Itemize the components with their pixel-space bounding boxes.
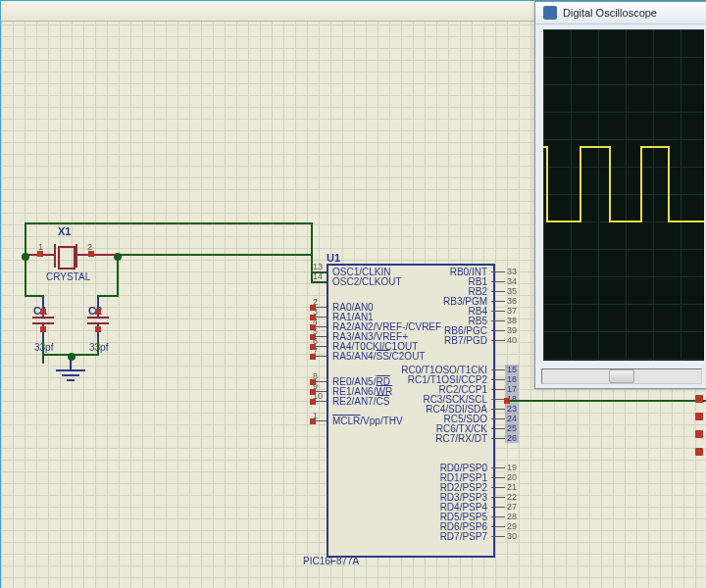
pin-stub[interactable] (491, 399, 505, 400)
pin-stub[interactable] (491, 291, 505, 292)
pin-number: 36 (507, 296, 517, 306)
pin-stub[interactable] (491, 281, 505, 282)
pin-number: 6 (313, 336, 318, 346)
pin-number: 1 (313, 411, 318, 420)
crystal-value: CRYSTAL (46, 271, 90, 282)
pin-stub[interactable] (491, 418, 505, 419)
pin-number: 13 (313, 262, 323, 271)
pin-stub[interactable] (491, 497, 505, 498)
pad-2[interactable] (695, 413, 703, 420)
scope-titlebar[interactable]: Digital Oscilloscope (535, 2, 706, 24)
pin-number: 22 (507, 492, 517, 502)
pin-number: 20 (507, 472, 517, 482)
pin-name: RE2/AN7/CS (332, 396, 389, 407)
pin-stub[interactable] (491, 516, 505, 517)
pin-name: RD7/PSP7 (440, 531, 487, 542)
pin-stub[interactable] (491, 536, 505, 537)
pad-1[interactable] (695, 395, 703, 403)
pin-number: 29 (507, 521, 517, 531)
crystal-pin1: 1 (38, 242, 43, 252)
pin-number: 35 (507, 286, 517, 296)
pin-stub[interactable] (491, 379, 505, 380)
crystal-pin2: 2 (87, 242, 92, 252)
scope-scrollbar[interactable] (541, 368, 702, 384)
pin-number: 30 (507, 531, 517, 541)
c1-plate-top[interactable] (32, 317, 54, 318)
pin-number: 10 (313, 391, 323, 401)
pin-number: 38 (507, 316, 517, 325)
crystal-designator: X1 (58, 225, 71, 237)
pin-number: 33 (507, 267, 517, 276)
pin-number: 9 (313, 381, 318, 391)
pin-number: 7 (313, 346, 318, 356)
crystal-body[interactable] (58, 246, 76, 270)
scope-scrollbar-thumb[interactable] (609, 369, 634, 383)
pin-number: 8 (313, 371, 318, 381)
crystal-plate-left (54, 244, 56, 268)
pin-stub[interactable] (491, 409, 505, 410)
pin-stub[interactable] (491, 369, 505, 370)
pin-name: RC7/RX/DT (435, 433, 487, 444)
pin-stub[interactable] (491, 389, 505, 390)
pin-name: MCLR/Vpp/THV (332, 416, 403, 426)
pin-number: 40 (507, 335, 517, 345)
pin-number: 19 (507, 463, 517, 472)
pin-number: 37 (507, 306, 517, 316)
mcu-designator: U1 (327, 252, 340, 264)
pin-number: 4 (313, 317, 318, 326)
mcu-value: PIC16F877A (303, 556, 359, 566)
pin-stub[interactable] (491, 467, 505, 468)
pin-stub[interactable] (491, 428, 505, 429)
scope-app-icon (543, 6, 557, 20)
pin-number: 5 (313, 326, 318, 336)
pin-stub[interactable] (491, 330, 505, 331)
schematic-canvas[interactable]: X1 1 2 CRYSTAL C1 33pf C2 33pf U1 PIC16F… (0, 0, 706, 588)
pin-stub[interactable] (491, 507, 505, 508)
scope-display[interactable] (543, 29, 704, 361)
pin-number: 39 (507, 325, 517, 335)
scope-title: Digital Oscilloscope (563, 7, 657, 19)
pin-stub[interactable] (491, 526, 505, 527)
pin-stub[interactable] (491, 320, 505, 321)
pin-name: RA5/AN4/SS/C2OUT (332, 351, 425, 362)
pin-number: 2 (313, 297, 318, 307)
pad-4[interactable] (695, 448, 703, 456)
pin-stub[interactable] (491, 340, 505, 341)
c2-plate-top[interactable] (87, 317, 109, 318)
pin-number: 34 (507, 276, 517, 286)
crystal-plate-right (76, 244, 77, 268)
pin-stub[interactable] (491, 301, 505, 302)
pin-name: OSC2/CLKOUT (332, 276, 402, 287)
pin-stub[interactable] (491, 271, 505, 272)
pin-number: 28 (507, 512, 517, 521)
oscilloscope-window[interactable]: Digital Oscilloscope (534, 1, 706, 389)
pin-stub[interactable] (491, 311, 505, 312)
pin-number: 3 (313, 307, 318, 317)
pin-number: 27 (507, 502, 517, 512)
pin-stub[interactable] (491, 438, 505, 439)
pin-stub[interactable] (491, 477, 505, 478)
pin-stub[interactable] (491, 487, 505, 488)
scope-trace (543, 147, 704, 221)
pad-3[interactable] (695, 430, 703, 438)
pin-name: RB7/PGD (444, 335, 487, 346)
pin-number: 21 (507, 482, 517, 492)
